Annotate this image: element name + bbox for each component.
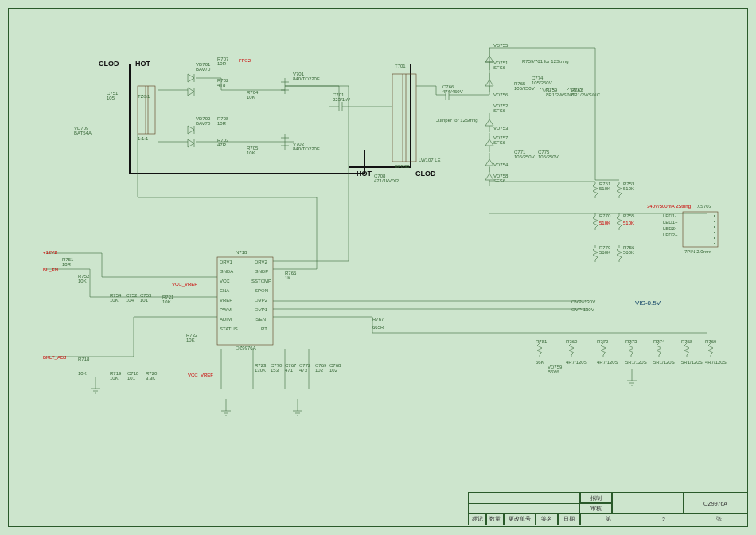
svg-point-10: [714, 226, 715, 228]
ref-r781: R781: [536, 339, 547, 344]
ref-r767: R767: [372, 317, 384, 322]
ic-p12: OVP2: [255, 298, 267, 303]
val-vd701: BAV70: [196, 67, 210, 72]
val-r722: 10K: [186, 338, 195, 342]
net-bklt: BKLT_ADJ: [43, 355, 66, 360]
schematic-svg: [14, 14, 753, 532]
drawing-area: CLOD HOT HOT CLOD FFC2 C751 105 VD709 BA…: [14, 14, 742, 521]
page-suffix: 张: [716, 515, 722, 523]
val-r769: 4R7/120S: [705, 360, 727, 365]
ic-p15: GNDP: [255, 269, 268, 274]
sheet-frame: CLOD HOT HOT CLOD FFC2 C751 105 VD709 BA…: [8, 8, 748, 527]
val-c751: 105: [107, 96, 115, 100]
val-r751: 18R: [62, 262, 71, 267]
val-r767: 665R: [372, 325, 384, 330]
net-ovp2: OVP-130V: [571, 307, 594, 312]
val-c718: 101: [127, 376, 135, 381]
ic-part: OZ9976A: [236, 346, 256, 350]
val-r705: 10K: [247, 150, 255, 155]
pin-led1p: LED1+: [663, 220, 678, 225]
val-c753: 101: [140, 298, 148, 303]
val-r707: 10R: [217, 61, 226, 66]
val-c768: 102: [329, 368, 337, 373]
ref-r770: R770: [599, 213, 610, 218]
val-vd758: SFS6: [493, 178, 505, 183]
val-r718: 10K: [78, 371, 87, 376]
val-vd757: SFS6: [493, 140, 505, 145]
val-r720: 3.3K: [146, 376, 155, 381]
val-c771: 105/250V: [514, 154, 535, 159]
val-r702: 47R: [217, 143, 226, 147]
val-v701: 840/TO220F: [293, 76, 320, 81]
svg-rect-7: [683, 212, 718, 247]
svg-point-12: [714, 237, 715, 239]
val-c769: 102: [315, 368, 323, 373]
ic-p4: ENA: [220, 288, 229, 293]
ic-p3: VCC: [220, 279, 230, 283]
ic-p16: DRV2: [255, 260, 267, 264]
val-r719: 10K: [110, 376, 119, 381]
svg-rect-0: [392, 74, 416, 162]
val-r761: 510K: [599, 186, 610, 191]
ref-r772: R772: [597, 339, 608, 344]
ref-t701: T701: [395, 64, 406, 68]
conn-type: 7PIN-2.0mm: [684, 249, 711, 254]
val-c774: 105/250V: [532, 80, 552, 85]
net-bl-en: BL_EN: [43, 268, 58, 272]
ref-vd756: VD756: [493, 92, 508, 97]
ref-r774: R774: [653, 339, 664, 344]
led-spec: 340V/500mA 2String: [647, 204, 691, 209]
ic-p8: STATUS: [220, 326, 238, 331]
val-r779: 560K: [599, 250, 610, 255]
note-2string: R759/761 for 12String: [522, 59, 569, 64]
ic-p11: OVP1: [255, 307, 267, 312]
svg-point-9: [714, 221, 715, 222]
val-vd752: SFS6: [493, 108, 505, 113]
val-r708: 10R: [217, 121, 226, 126]
val-r721: 10K: [162, 299, 171, 304]
val-r759: 8R1/2WS/NC: [546, 92, 575, 97]
col-2: 更改单号: [503, 513, 536, 525]
val-r768: 5R1/120S: [681, 360, 703, 365]
ic-p7: ADIM: [220, 317, 232, 322]
svg-point-8: [714, 215, 715, 217]
ic-p13: SPON: [255, 288, 268, 293]
page-cell: 第 2 张: [579, 513, 748, 525]
net-vref1: VCC_VREF: [172, 282, 197, 287]
val-r760: 4R7/120S: [566, 360, 587, 365]
page-num: 2: [662, 517, 665, 522]
ref-r768: R768: [681, 339, 692, 344]
val-c775: 105/250V: [538, 154, 559, 159]
ref-vd755: VD755: [493, 43, 508, 48]
val-c701: 223/1kV: [333, 97, 350, 102]
val-c752: 104: [126, 298, 134, 303]
val-vd751: SFS6: [493, 65, 505, 70]
ic-p9: RT: [261, 326, 267, 331]
ref-lw107: LW107 LE: [419, 158, 441, 162]
val-c772: 473: [299, 368, 307, 373]
net-vref2: VCC_VREF: [188, 373, 213, 377]
tb-empty: [611, 492, 684, 514]
ic-ref: N718: [236, 250, 247, 255]
val-t701: EFD30: [395, 164, 410, 169]
ref-tg01: TZG1: [138, 94, 150, 99]
ref-vd753: VD753: [493, 126, 508, 131]
label-hot-2: HOT: [357, 170, 372, 178]
ref-r760: R760: [566, 339, 577, 344]
val-r752: 10K: [78, 279, 87, 283]
val-r770: 510K: [599, 221, 610, 225]
val-r704: 10K: [247, 95, 255, 100]
col-1: 数量: [485, 513, 505, 525]
ic-p10: ISEN: [255, 317, 266, 322]
val-r753: 510K: [623, 186, 634, 191]
ref-vd754: VD754: [493, 162, 508, 167]
svg-point-11: [714, 232, 715, 233]
val-c767: 471: [285, 368, 293, 373]
val-r766: 1K: [285, 275, 290, 280]
val-c766: 474/450V: [442, 89, 463, 94]
label-clod-2: CLOD: [415, 170, 436, 178]
ref-r755: R755: [623, 213, 634, 218]
col-4: 日期: [557, 513, 581, 525]
val-r755: 510K: [623, 221, 634, 225]
ic-p5: VREF: [220, 298, 232, 303]
